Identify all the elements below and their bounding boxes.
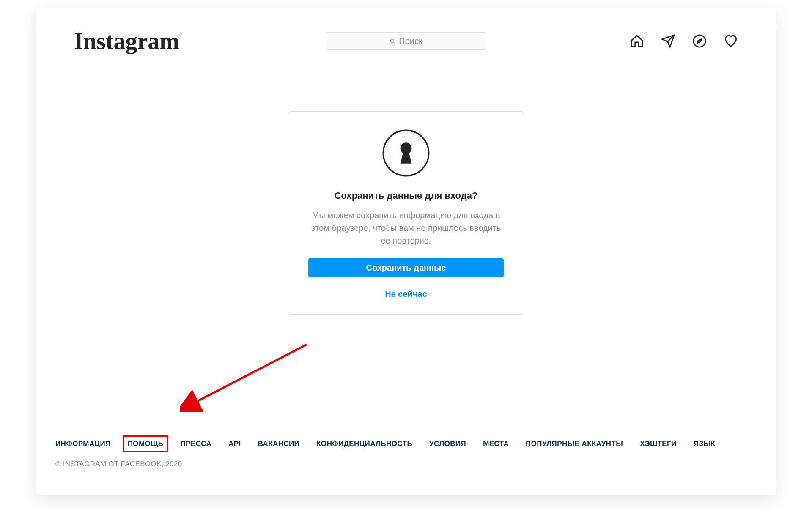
svg-line-7	[192, 345, 307, 404]
keyhole-icon	[382, 129, 430, 178]
copyright: © Instagram от Facebook, 2020	[53, 460, 759, 468]
footer-link-terms[interactable]: УСЛОВИЯ	[427, 438, 469, 450]
brand-logo[interactable]: Instagram	[74, 29, 179, 53]
footer-link-help[interactable]: ПОМОЩЬ	[125, 438, 166, 450]
svg-point-3	[694, 35, 705, 47]
dialog-title: Сохранить данные для входа?	[335, 190, 478, 201]
main-content: Сохранить данные для входа? Мы можем сох…	[36, 74, 776, 495]
save-login-dialog: Сохранить данные для входа? Мы можем сох…	[289, 111, 523, 315]
footer-link-hashtags[interactable]: ХЭШТЕГИ	[637, 438, 679, 450]
header-nav	[630, 34, 738, 48]
dialog-body: Мы можем сохранить информацию для входа …	[304, 209, 508, 247]
footer-link-jobs[interactable]: ВАКАНСИИ	[255, 438, 302, 450]
app-window: Instagram Поиск	[36, 8, 776, 495]
save-login-button[interactable]: Сохранить данные	[308, 258, 504, 277]
svg-point-0	[391, 39, 394, 42]
direct-icon[interactable]	[661, 34, 675, 48]
footer-link-language[interactable]: ЯЗЫК	[691, 438, 718, 450]
home-icon[interactable]	[630, 34, 644, 48]
header: Instagram Поиск	[36, 8, 776, 74]
footer-links: ИНФОРМАЦИЯПОМОЩЬПРЕССАAPIВАКАНСИИКОНФИДЕ…	[53, 438, 759, 450]
annotation-arrow	[180, 340, 315, 412]
footer-link-locations[interactable]: МЕСТА	[480, 438, 511, 450]
activity-icon[interactable]	[724, 34, 738, 48]
footer-link-api[interactable]: API	[226, 438, 244, 450]
footer-link-about[interactable]: ИНФОРМАЦИЯ	[53, 438, 113, 450]
footer: ИНФОРМАЦИЯПОМОЩЬПРЕССАAPIВАКАНСИИКОНФИДЕ…	[36, 438, 776, 468]
search-placeholder: Поиск	[399, 36, 422, 46]
footer-link-privacy[interactable]: КОНФИДЕНЦИАЛЬНОСТЬ	[314, 438, 415, 450]
svg-line-1	[394, 42, 395, 43]
not-now-button[interactable]: Не сейчас	[380, 286, 432, 302]
explore-icon[interactable]	[692, 34, 707, 48]
svg-marker-4	[698, 39, 702, 43]
footer-link-press[interactable]: ПРЕССА	[178, 438, 214, 450]
footer-link-top-accounts[interactable]: ПОПУЛЯРНЫЕ АККАУНТЫ	[523, 438, 625, 450]
search-icon	[390, 36, 395, 46]
search-container: Поиск	[326, 32, 486, 50]
search-input[interactable]: Поиск	[326, 32, 486, 50]
